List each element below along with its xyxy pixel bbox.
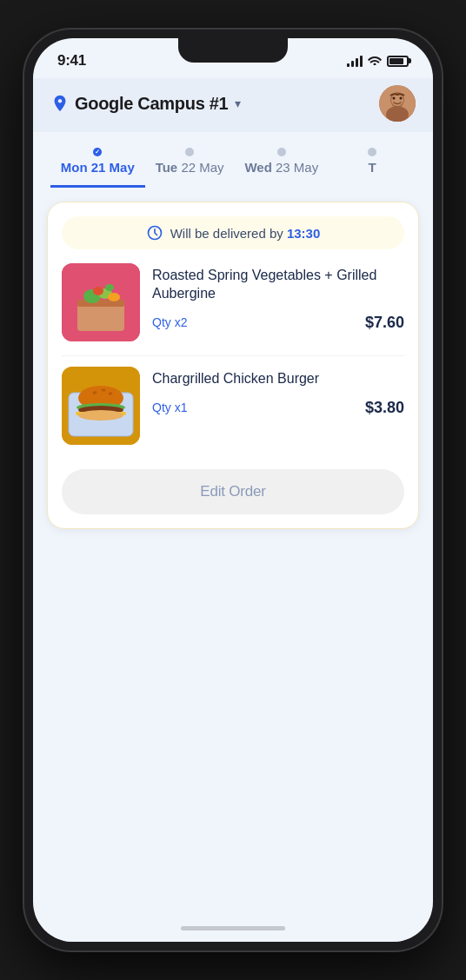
avatar[interactable] <box>379 85 416 122</box>
wednesday-label: Wed 23 May <box>244 160 318 175</box>
status-icons <box>347 54 409 68</box>
svg-point-25 <box>78 410 123 420</box>
order-card: Will be delivered by 13:30 <box>47 202 419 529</box>
tuesday-label: Tue 22 May <box>156 160 224 175</box>
main-content: Will be delivered by 13:30 <box>33 188 433 914</box>
day-tabs: Mon 21 May Tue 22 May Wed 23 May T <box>33 132 433 188</box>
home-bar <box>181 926 285 930</box>
order-item-2: Chargrilled Chicken Burger Qty x1 $3.80 <box>62 367 404 459</box>
svg-point-14 <box>105 284 114 291</box>
home-indicator <box>33 914 433 942</box>
tab-wednesday[interactable]: Wed 23 May <box>235 144 329 188</box>
battery-icon <box>387 56 409 67</box>
item-qty-price-2: Qty x1 $3.80 <box>152 399 404 417</box>
location-group[interactable]: Google Campus #1 ▾ <box>50 94 241 114</box>
item-price-1: $7.60 <box>365 314 404 332</box>
header: Google Campus #1 ▾ <box>33 78 433 132</box>
order-item-1: Roasted Spring Vegetables + Grilled Aube… <box>62 263 404 356</box>
svg-rect-9 <box>77 300 124 307</box>
item-image-veggies <box>62 263 140 341</box>
svg-point-5 <box>400 97 403 100</box>
svg-point-4 <box>393 97 396 100</box>
location-pin-icon <box>50 94 70 113</box>
delivery-text: Will be delivered by 13:30 <box>170 226 321 241</box>
tab-tuesday[interactable]: Tue 22 May <box>145 144 235 188</box>
tab-monday[interactable]: Mon 21 May <box>50 144 145 188</box>
item-qty-2: Qty x1 <box>152 401 187 414</box>
delivery-time: 13:30 <box>287 226 320 241</box>
clock-icon <box>146 224 163 242</box>
item-qty-price-1: Qty x2 $7.60 <box>152 314 404 332</box>
thursday-dot <box>368 148 376 156</box>
wednesday-dot <box>277 148 286 156</box>
item-price-2: $3.80 <box>365 399 404 417</box>
signal-icon <box>347 55 363 67</box>
phone-shell: 9:41 <box>24 30 442 950</box>
edit-order-button[interactable]: Edit Order <box>62 469 404 514</box>
monday-dot <box>93 148 102 156</box>
status-time: 9:41 <box>57 52 86 70</box>
thursday-label: T <box>368 160 376 175</box>
avatar-image <box>379 85 416 122</box>
tuesday-dot <box>185 148 194 156</box>
item-name-2: Chargrilled Chicken Burger <box>152 370 404 388</box>
item-qty-1: Qty x2 <box>152 315 187 329</box>
location-name: Google Campus #1 <box>75 94 228 114</box>
delivery-banner: Will be delivered by 13:30 <box>62 216 404 249</box>
item-info-2: Chargrilled Chicken Burger Qty x1 $3.80 <box>152 367 404 417</box>
svg-point-12 <box>108 293 120 301</box>
monday-label: Mon 21 May <box>61 160 135 175</box>
item-name-1: Roasted Spring Vegetables + Grilled Aube… <box>152 267 404 303</box>
item-image-burger <box>62 367 140 445</box>
notch <box>178 38 288 63</box>
phone-screen: 9:41 <box>33 38 433 942</box>
item-info-1: Roasted Spring Vegetables + Grilled Aube… <box>152 263 404 332</box>
wifi-icon <box>368 54 382 68</box>
chevron-down-icon: ▾ <box>235 96 241 110</box>
tab-thursday[interactable]: T <box>329 144 416 188</box>
svg-point-13 <box>93 287 103 295</box>
